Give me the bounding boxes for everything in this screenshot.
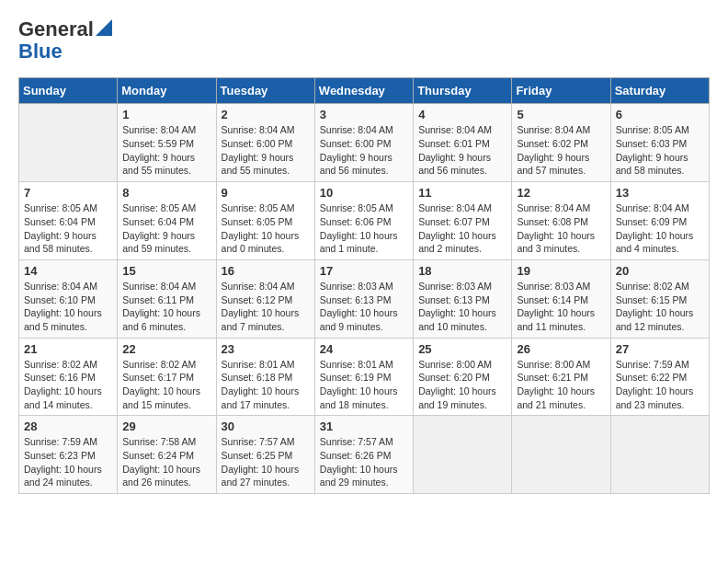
calendar-cell: 3Sunrise: 8:04 AMSunset: 6:00 PMDaylight…	[314, 104, 413, 182]
weekday-header-thursday: Thursday	[414, 78, 512, 104]
calendar-week-3: 14Sunrise: 8:04 AMSunset: 6:10 PMDayligh…	[19, 259, 710, 338]
day-number: 26	[517, 342, 605, 356]
day-number: 15	[122, 264, 210, 278]
day-info: Sunrise: 8:05 AMSunset: 6:04 PMDaylight:…	[122, 201, 210, 256]
day-info: Sunrise: 8:04 AMSunset: 6:10 PMDaylight:…	[24, 280, 112, 334]
calendar-cell: 25Sunrise: 8:00 AMSunset: 6:20 PMDayligh…	[414, 338, 512, 416]
weekday-header-wednesday: Wednesday	[314, 78, 413, 104]
day-info: Sunrise: 8:04 AMSunset: 6:08 PMDaylight:…	[517, 201, 605, 256]
day-info: Sunrise: 8:04 AMSunset: 6:11 PMDaylight:…	[122, 280, 210, 334]
calendar-cell	[610, 416, 709, 494]
day-info: Sunrise: 8:04 AMSunset: 6:00 PMDaylight:…	[222, 123, 310, 178]
calendar-cell: 7Sunrise: 8:05 AMSunset: 6:04 PMDaylight…	[19, 182, 118, 260]
calendar-cell: 21Sunrise: 8:02 AMSunset: 6:16 PMDayligh…	[19, 338, 118, 416]
day-number: 25	[418, 342, 506, 356]
day-number: 19	[517, 264, 605, 278]
day-number: 27	[616, 342, 704, 356]
calendar-cell: 4Sunrise: 8:04 AMSunset: 6:01 PMDaylight…	[414, 104, 512, 182]
day-info: Sunrise: 8:04 AMSunset: 6:09 PMDaylight:…	[616, 201, 704, 256]
calendar-cell: 12Sunrise: 8:04 AMSunset: 6:08 PMDayligh…	[512, 182, 610, 260]
calendar-cell: 22Sunrise: 8:02 AMSunset: 6:17 PMDayligh…	[118, 338, 216, 416]
calendar-cell	[414, 416, 512, 494]
day-number: 20	[616, 264, 704, 278]
weekday-header-saturday: Saturday	[610, 78, 709, 104]
day-info: Sunrise: 8:04 AMSunset: 6:01 PMDaylight:…	[418, 123, 506, 178]
page-header: General Blue	[18, 18, 710, 63]
calendar-cell: 18Sunrise: 8:03 AMSunset: 6:13 PMDayligh…	[414, 259, 512, 338]
day-info: Sunrise: 8:05 AMSunset: 6:06 PMDaylight:…	[320, 201, 408, 256]
day-number: 17	[320, 264, 408, 278]
day-info: Sunrise: 8:01 AMSunset: 6:19 PMDaylight:…	[320, 358, 408, 412]
calendar-table: SundayMondayTuesdayWednesdayThursdayFrid…	[18, 77, 710, 494]
calendar-cell: 6Sunrise: 8:05 AMSunset: 6:03 PMDaylight…	[610, 104, 709, 182]
day-info: Sunrise: 8:05 AMSunset: 6:03 PMDaylight:…	[616, 123, 704, 178]
logo: General Blue	[18, 18, 112, 63]
calendar-week-5: 28Sunrise: 7:59 AMSunset: 6:23 PMDayligh…	[19, 416, 710, 494]
day-info: Sunrise: 7:57 AMSunset: 6:25 PMDaylight:…	[222, 435, 310, 489]
calendar-cell: 9Sunrise: 8:05 AMSunset: 6:05 PMDaylight…	[216, 182, 314, 260]
day-number: 2	[222, 108, 310, 121]
svg-marker-0	[96, 19, 112, 36]
calendar-cell: 8Sunrise: 8:05 AMSunset: 6:04 PMDaylight…	[118, 182, 216, 260]
calendar-week-1: 1Sunrise: 8:04 AMSunset: 5:59 PMDaylight…	[19, 104, 710, 182]
day-number: 29	[122, 419, 210, 433]
day-info: Sunrise: 8:04 AMSunset: 6:12 PMDaylight:…	[222, 280, 310, 334]
calendar-cell: 29Sunrise: 7:58 AMSunset: 6:24 PMDayligh…	[118, 416, 216, 494]
day-number: 21	[24, 342, 112, 356]
calendar-cell: 19Sunrise: 8:03 AMSunset: 6:14 PMDayligh…	[512, 259, 610, 338]
calendar-cell: 24Sunrise: 8:01 AMSunset: 6:19 PMDayligh…	[314, 338, 413, 416]
day-number: 22	[122, 342, 210, 356]
day-info: Sunrise: 8:00 AMSunset: 6:20 PMDaylight:…	[418, 358, 506, 412]
day-number: 5	[517, 108, 605, 121]
day-info: Sunrise: 7:59 AMSunset: 6:23 PMDaylight:…	[24, 435, 112, 489]
day-info: Sunrise: 8:02 AMSunset: 6:15 PMDaylight:…	[616, 280, 704, 334]
day-info: Sunrise: 8:04 AMSunset: 6:02 PMDaylight:…	[517, 123, 605, 178]
day-info: Sunrise: 8:03 AMSunset: 6:13 PMDaylight:…	[320, 280, 408, 334]
day-number: 18	[418, 264, 506, 278]
calendar-cell: 5Sunrise: 8:04 AMSunset: 6:02 PMDaylight…	[512, 104, 610, 182]
calendar-cell	[19, 104, 118, 182]
day-number: 31	[320, 419, 408, 433]
calendar-cell: 13Sunrise: 8:04 AMSunset: 6:09 PMDayligh…	[610, 182, 709, 260]
calendar-cell: 14Sunrise: 8:04 AMSunset: 6:10 PMDayligh…	[19, 259, 118, 338]
day-info: Sunrise: 8:02 AMSunset: 6:16 PMDaylight:…	[24, 358, 112, 412]
calendar-week-2: 7Sunrise: 8:05 AMSunset: 6:04 PMDaylight…	[19, 182, 710, 260]
weekday-header-friday: Friday	[512, 78, 610, 104]
day-number: 24	[320, 342, 408, 356]
calendar-cell	[512, 416, 610, 494]
day-info: Sunrise: 7:58 AMSunset: 6:24 PMDaylight:…	[122, 435, 210, 489]
calendar-cell: 26Sunrise: 8:00 AMSunset: 6:21 PMDayligh…	[512, 338, 610, 416]
day-info: Sunrise: 8:01 AMSunset: 6:18 PMDaylight:…	[222, 358, 310, 412]
calendar-cell: 2Sunrise: 8:04 AMSunset: 6:00 PMDaylight…	[216, 104, 314, 182]
calendar-cell: 28Sunrise: 7:59 AMSunset: 6:23 PMDayligh…	[19, 416, 118, 494]
day-number: 6	[616, 108, 704, 121]
calendar-cell: 20Sunrise: 8:02 AMSunset: 6:15 PMDayligh…	[610, 259, 709, 338]
day-info: Sunrise: 8:05 AMSunset: 6:04 PMDaylight:…	[24, 201, 112, 256]
calendar-cell: 15Sunrise: 8:04 AMSunset: 6:11 PMDayligh…	[118, 259, 216, 338]
day-info: Sunrise: 8:03 AMSunset: 6:13 PMDaylight:…	[418, 280, 506, 334]
day-number: 30	[222, 419, 310, 433]
logo-icon	[96, 19, 112, 36]
day-info: Sunrise: 8:04 AMSunset: 5:59 PMDaylight:…	[122, 123, 210, 178]
calendar-cell: 17Sunrise: 8:03 AMSunset: 6:13 PMDayligh…	[314, 259, 413, 338]
day-number: 7	[24, 186, 112, 200]
calendar-cell: 11Sunrise: 8:04 AMSunset: 6:07 PMDayligh…	[414, 182, 512, 260]
day-number: 3	[320, 108, 408, 121]
day-info: Sunrise: 8:05 AMSunset: 6:05 PMDaylight:…	[222, 201, 310, 256]
day-number: 8	[122, 186, 210, 200]
day-info: Sunrise: 8:04 AMSunset: 6:00 PMDaylight:…	[320, 123, 408, 178]
day-number: 10	[320, 186, 408, 200]
logo-general-text: General	[18, 17, 94, 40]
day-info: Sunrise: 8:02 AMSunset: 6:17 PMDaylight:…	[122, 358, 210, 412]
day-info: Sunrise: 8:04 AMSunset: 6:07 PMDaylight:…	[418, 201, 506, 256]
calendar-cell: 27Sunrise: 7:59 AMSunset: 6:22 PMDayligh…	[610, 338, 709, 416]
day-number: 4	[418, 108, 506, 121]
day-info: Sunrise: 8:03 AMSunset: 6:14 PMDaylight:…	[517, 280, 605, 334]
day-info: Sunrise: 8:00 AMSunset: 6:21 PMDaylight:…	[517, 358, 605, 412]
calendar-cell: 30Sunrise: 7:57 AMSunset: 6:25 PMDayligh…	[216, 416, 314, 494]
day-number: 13	[616, 186, 704, 200]
day-number: 23	[222, 342, 310, 356]
calendar-cell: 31Sunrise: 7:57 AMSunset: 6:26 PMDayligh…	[314, 416, 413, 494]
calendar-cell: 1Sunrise: 8:04 AMSunset: 5:59 PMDaylight…	[118, 104, 216, 182]
day-number: 12	[517, 186, 605, 200]
